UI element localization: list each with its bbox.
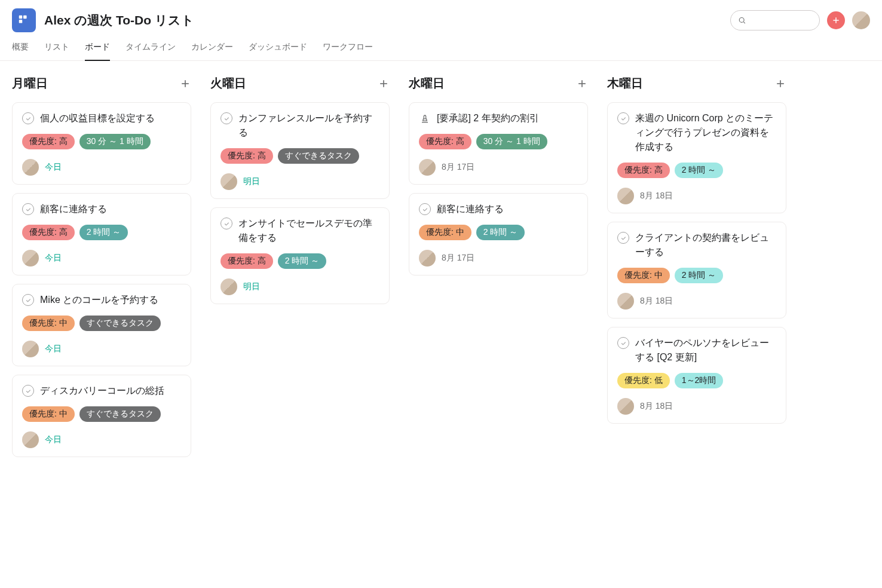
badge: 30 分 ～ 1 時間 [476, 134, 547, 149]
assignee-avatar[interactable] [22, 431, 39, 448]
assignee-avatar[interactable] [220, 173, 237, 190]
tab-3[interactable]: タイムライン [125, 42, 176, 60]
card-footer: 明日 [220, 278, 379, 295]
card-title: [要承認] 2 年契約の割引 [437, 111, 539, 125]
due-date: 今日 [45, 162, 62, 173]
search-icon [738, 16, 746, 25]
assignee-avatar[interactable] [419, 250, 436, 267]
tab-0[interactable]: 概要 [12, 42, 29, 60]
badge: 優先度: 高 [22, 134, 75, 149]
add-button[interactable] [827, 11, 845, 29]
badges: 優先度: 高30 分 ～ 1 時間 [22, 134, 181, 149]
search-input[interactable] [730, 10, 820, 30]
add-card-button[interactable] [179, 78, 191, 90]
card-title: バイヤーのペルソナをレビューする [Q2 更新] [635, 336, 776, 365]
tab-5[interactable]: ダッシュボード [249, 42, 307, 60]
column-header: 木曜日 [607, 75, 786, 91]
column-title: 木曜日 [607, 75, 643, 91]
assignee-avatar[interactable] [617, 188, 634, 204]
task-card[interactable]: Mike とのコールを予約する優先度: 中すぐできるタスク今日 [12, 284, 191, 366]
task-card[interactable]: [要承認] 2 年契約の割引優先度: 高30 分 ～ 1 時間8月 17日 [409, 102, 588, 185]
badge: すぐできるタスク [79, 406, 161, 422]
card-title: オンサイトでセールスデモの準備をする [238, 216, 379, 245]
due-date: 8月 17日 [442, 162, 474, 173]
card-footer: 8月 18日 [617, 188, 776, 204]
app-icon [12, 8, 36, 32]
column-2: 水曜日[要承認] 2 年契約の割引優先度: 高30 分 ～ 1 時間8月 17日… [409, 75, 588, 466]
column-title: 火曜日 [210, 75, 246, 91]
badges: 優先度: 中すぐできるタスク [22, 316, 181, 331]
due-date: 8月 18日 [640, 401, 673, 412]
card-footer: 8月 18日 [617, 293, 776, 310]
badge: 優先度: 高 [22, 225, 75, 240]
badges: 優先度: 高2 時間 ～ [617, 163, 776, 178]
tab-2[interactable]: ボード [85, 42, 110, 61]
svg-rect-2 [23, 16, 27, 19]
badge: 優先度: 中 [22, 406, 75, 422]
assignee-avatar[interactable] [22, 159, 39, 176]
badges: 優先度: 高2 時間 ～ [220, 253, 379, 269]
card-footer: 今日 [22, 341, 181, 357]
assignee-avatar[interactable] [617, 293, 634, 310]
task-card[interactable]: ディスカバリーコールの総括優先度: 中すぐできるタスク今日 [12, 375, 191, 457]
badge: 2 時間 ～ [675, 268, 724, 283]
card-footer: 8月 18日 [617, 398, 776, 415]
task-card[interactable]: 個人の収益目標を設定する優先度: 高30 分 ～ 1 時間今日 [12, 102, 191, 185]
complete-checkbox[interactable] [617, 337, 629, 349]
assignee-avatar[interactable] [617, 398, 634, 415]
complete-checkbox[interactable] [22, 203, 34, 215]
column-title: 月曜日 [12, 75, 48, 91]
task-card[interactable]: カンファレンスルールを予約する優先度: 高すぐできるタスク明日 [210, 102, 390, 199]
due-date: 8月 18日 [640, 191, 673, 201]
tab-1[interactable]: リスト [44, 42, 69, 60]
card-title: Mike とのコールを予約する [40, 293, 158, 307]
complete-checkbox[interactable] [617, 232, 629, 244]
complete-checkbox[interactable] [220, 112, 232, 124]
search-field[interactable] [749, 16, 812, 25]
task-card[interactable]: クライアントの契約書をレビューする優先度: 中2 時間 ～8月 18日 [607, 222, 786, 318]
assignee-avatar[interactable] [419, 159, 436, 176]
due-date: 8月 17日 [442, 253, 474, 264]
add-card-button[interactable] [378, 78, 390, 90]
complete-checkbox[interactable] [22, 112, 34, 124]
task-card[interactable]: 顧客に連絡する優先度: 高2 時間 ～今日 [12, 193, 191, 275]
complete-checkbox[interactable] [617, 112, 629, 124]
assignee-avatar[interactable] [220, 278, 237, 295]
tab-6[interactable]: ワークフロー [323, 42, 373, 60]
complete-checkbox[interactable] [22, 294, 34, 306]
card-title: クライアントの契約書をレビューする [635, 231, 776, 259]
assignee-avatar[interactable] [22, 250, 39, 267]
badge: 2 時間 ～ [79, 225, 128, 240]
task-card[interactable]: オンサイトでセールスデモの準備をする優先度: 高2 時間 ～明日 [210, 207, 390, 304]
badge: 2 時間 ～ [278, 253, 327, 269]
badge: 優先度: 中 [419, 225, 471, 240]
card-footer: 明日 [220, 173, 379, 190]
due-date: 明日 [243, 281, 260, 292]
badge: 30 分 ～ 1 時間 [79, 134, 151, 149]
complete-checkbox[interactable] [419, 203, 431, 215]
column-header: 月曜日 [12, 75, 191, 91]
badges: 優先度: 中すぐできるタスク [22, 406, 181, 422]
complete-checkbox[interactable] [22, 385, 34, 397]
badge: 優先度: 中 [617, 268, 670, 283]
board: 月曜日個人の収益目標を設定する優先度: 高30 分 ～ 1 時間今日顧客に連絡す… [0, 61, 882, 480]
card-title: 顧客に連絡する [40, 202, 107, 216]
tab-4[interactable]: カレンダー [191, 42, 233, 60]
card-footer: 今日 [22, 431, 181, 448]
task-card[interactable]: 顧客に連絡する優先度: 中2 時間 ～8月 17日 [409, 193, 588, 275]
avatar[interactable] [852, 11, 870, 29]
header-right [730, 10, 870, 30]
task-card[interactable]: 来週の Unicorn Corp とのミーティングで行うプレゼンの資料を作成する… [607, 102, 786, 213]
badge: すぐできるタスク [278, 148, 359, 164]
svg-line-4 [743, 22, 745, 23]
badge: 優先度: 中 [22, 316, 75, 331]
add-card-button[interactable] [576, 78, 588, 90]
badge: 優先度: 低 [617, 373, 670, 388]
badge: 優先度: 高 [419, 134, 471, 149]
task-card[interactable]: バイヤーのペルソナをレビューする [Q2 更新]優先度: 低1～2時間8月 18… [607, 327, 786, 424]
add-card-button[interactable] [774, 78, 786, 90]
column-header: 水曜日 [409, 75, 588, 91]
badges: 優先度: 低1～2時間 [617, 373, 776, 388]
complete-checkbox[interactable] [220, 218, 232, 229]
assignee-avatar[interactable] [22, 341, 39, 357]
